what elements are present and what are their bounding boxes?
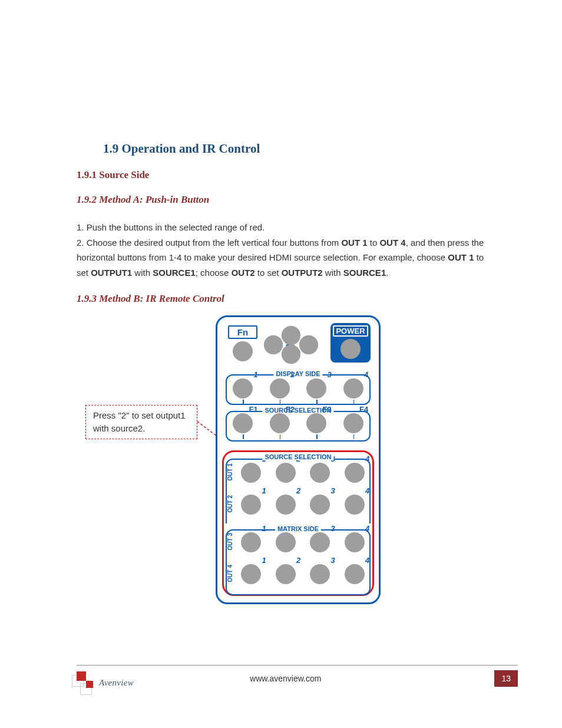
f3-label: F3 — [323, 405, 332, 414]
body-paragraph: 1. Push the buttons in the selected rang… — [77, 220, 497, 280]
out1-src4-button[interactable] — [345, 463, 365, 483]
out4-src3-button[interactable] — [310, 564, 330, 584]
out3-row: 1 2 3 4 — [234, 532, 372, 552]
heading-sub1: 1.9.1 Source Side — [77, 169, 497, 181]
out4-4-label: 4 — [365, 556, 369, 565]
out4-src4-button[interactable] — [345, 564, 365, 584]
out2-3-label: 3 — [331, 486, 335, 495]
tick-icon — [280, 400, 281, 404]
fn-button[interactable] — [233, 341, 253, 361]
out3-src3-button[interactable] — [310, 532, 330, 552]
tick-icon — [353, 434, 355, 439]
out2-4-label: 4 — [365, 486, 369, 495]
tick-icon — [316, 434, 318, 439]
display-2-label: 2 — [290, 370, 295, 379]
body-line2-e: with — [132, 268, 153, 278]
bold-source1: SOURCE1 — [153, 268, 196, 278]
display-2-button[interactable] — [270, 378, 290, 398]
bold-out1: OUT 1 — [341, 238, 367, 248]
power-label: POWER — [333, 325, 368, 337]
out2-1-label: 1 — [262, 486, 266, 495]
power-button[interactable] — [340, 339, 361, 359]
body-line1: 1. Push the buttons in the selected rang… — [77, 222, 265, 232]
bold-source1b: SOURCE1 — [343, 268, 386, 278]
heading-method-b: 1.9.3 Method B: IR Remote Control — [77, 293, 497, 305]
bold-output1: OUTPUT1 — [91, 268, 132, 278]
out3-src1-button[interactable] — [241, 532, 261, 552]
f2-label: F2 — [286, 405, 295, 414]
nav-up-button[interactable] — [282, 326, 300, 345]
body-line2-h: with — [323, 268, 343, 278]
bold-out1b: OUT 1 — [448, 252, 474, 262]
nav-right-button[interactable] — [299, 335, 318, 354]
bold-out2: OUT2 — [232, 268, 255, 278]
f4-button[interactable] — [343, 413, 363, 433]
out3-1-label: 1 — [262, 524, 266, 533]
out4-src1-button[interactable] — [241, 564, 261, 584]
body-line2-g: to set — [255, 268, 282, 278]
f1-button[interactable] — [233, 413, 253, 433]
tick-icon — [280, 434, 281, 439]
tick-icon — [316, 400, 318, 404]
display-4-button[interactable] — [343, 378, 363, 398]
nav-dpad: ◀ ▶ — [265, 329, 318, 364]
out2-src4-button[interactable] — [345, 495, 365, 515]
out4-3-label: 3 — [331, 556, 335, 565]
nav-left-button[interactable] — [264, 335, 283, 354]
f1-label: F1 — [249, 405, 258, 414]
out2-src1-button[interactable] — [241, 495, 261, 515]
power-button-group: POWER — [330, 323, 371, 363]
source-selection-label-2: SOURCE SELECTION — [262, 453, 333, 460]
heading-method-a: 1.9.2 Method A: Push-in Button — [77, 194, 497, 206]
body-line2-b: to — [368, 238, 380, 248]
out1-row: 1 2 3 4 — [234, 463, 372, 483]
fn-label: Fn — [228, 325, 257, 339]
tick-icon — [353, 400, 355, 404]
f2-button[interactable] — [270, 413, 290, 433]
out4-label: OUT 4 — [227, 565, 233, 582]
out2-label: OUT 2 — [227, 495, 233, 512]
fn-button-group: Fn — [228, 325, 257, 361]
out3-src4-button[interactable] — [345, 532, 365, 552]
display-side-label: DISPLAY SIDE — [273, 370, 322, 377]
out4-2-label: 2 — [296, 556, 300, 565]
body-line2-f: ; choose — [196, 268, 232, 278]
out4-row: 1 2 3 4 — [234, 564, 372, 584]
out3-src2-button[interactable] — [276, 532, 296, 552]
body-line2-i: . — [386, 268, 388, 278]
display-3-button[interactable] — [306, 378, 326, 398]
ir-remote: Fn ◀ ▶ POWER DISPLAY SIDE 1 — [216, 315, 381, 604]
out1-src1-button[interactable] — [241, 463, 261, 483]
f4-label: F4 — [359, 405, 368, 414]
heading-section: 1.9 Operation and IR Control — [103, 141, 497, 156]
remote-figure: Press "2" to set output1 with source2. F… — [77, 315, 497, 604]
display-1-label: 1 — [254, 370, 258, 379]
out3-4-label: 4 — [365, 524, 369, 533]
out3-3-label: 3 — [331, 524, 335, 533]
out1-src2-button[interactable] — [276, 463, 296, 483]
out2-src2-button[interactable] — [276, 495, 296, 515]
out2-2-label: 2 — [296, 486, 300, 495]
callout-box: Press "2" to set output1 with source2. — [85, 405, 197, 439]
out4-src2-button[interactable] — [276, 564, 296, 584]
nav-down-button[interactable] — [282, 345, 300, 364]
out1-4-label: 4 — [365, 454, 369, 463]
display-4-label: 4 — [364, 370, 368, 379]
display-row: 1 2 3 4 — [224, 378, 372, 398]
footer-page-number: 13 — [494, 670, 518, 687]
out1-src3-button[interactable] — [310, 463, 330, 483]
f3-button[interactable] — [306, 413, 326, 433]
fkey-row: F1 F2 F3 F4 — [224, 413, 372, 433]
bold-out4: OUT 4 — [379, 238, 405, 248]
brand-name: Avenview — [99, 678, 134, 688]
out1-label: OUT 1 — [227, 463, 233, 480]
tick-icon — [243, 400, 244, 404]
bold-output2: OUTPUT2 — [282, 268, 323, 278]
avenview-logo-icon — [72, 669, 98, 695]
page-footer: www.avenview.com 13 — [77, 665, 518, 687]
out2-src3-button[interactable] — [310, 495, 330, 515]
display-1-button[interactable] — [233, 378, 253, 398]
tick-icon — [243, 434, 244, 439]
display-3-label: 3 — [328, 370, 332, 379]
out3-label: OUT 3 — [227, 533, 233, 550]
